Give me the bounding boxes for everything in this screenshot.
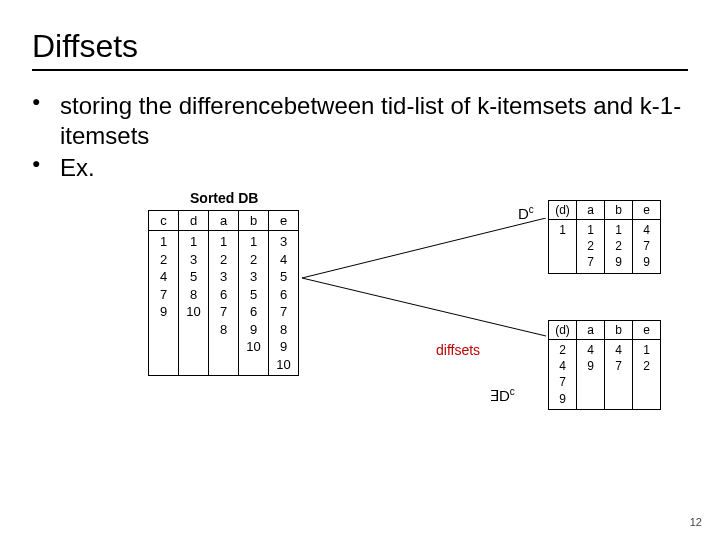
sorted-header-b: b [239,211,269,231]
bullet-example: Ex. [32,153,688,183]
diff-col-d: 2479 [549,340,577,410]
sorted-col-d: 135810 [179,231,209,376]
sorted-col-a: 123678 [209,231,239,376]
sorted-col-c: 12479 [149,231,179,376]
diff-col-a: 49 [577,340,605,410]
diff-col-e: 12 [633,340,661,410]
diagram-area: Sorted DB c d a b e 12479 135810 123678 … [0,190,720,500]
bullet-storing: storing the differencebetween tid-list o… [32,91,688,151]
tid-col-a: 127 [577,220,605,274]
sorted-col-b: 12356910 [239,231,269,376]
diffsets-label: diffsets [436,342,480,358]
partial-sup: c [510,386,515,397]
tid-col-b: 129 [605,220,633,274]
tidlist-table: (d) a b e 1 127 129 479 [548,200,661,274]
tid-header-e: e [633,201,661,220]
svg-line-0 [302,218,546,278]
tid-col-e: 479 [633,220,661,274]
sorted-header-a: a [209,211,239,231]
page-number: 12 [690,516,702,528]
partial-d: D [499,387,510,404]
sorted-col-e: 345678910 [269,231,299,376]
diffsets-table: (d) a b e 2479 49 47 12 [548,320,661,410]
diff-header-a: a [577,321,605,340]
dc-base: D [518,205,529,222]
tid-header-d: (d) [549,201,577,220]
diff-col-b: 47 [605,340,633,410]
diff-header-e: e [633,321,661,340]
connector-lines [302,218,546,388]
partial-dc-label: ƎDc [490,386,515,405]
diff-header-d: (d) [549,321,577,340]
diff-header-b: b [605,321,633,340]
sorted-header-c: c [149,211,179,231]
sorted-db-table: c d a b e 12479 135810 123678 12356910 3… [148,210,299,376]
slide-title: Diffsets [32,28,688,65]
sorted-db-caption: Sorted DB [190,190,258,206]
dc-label: Dc [518,204,534,222]
tid-header-b: b [605,201,633,220]
dc-sup: c [529,204,534,215]
svg-line-1 [302,278,546,336]
title-rule [32,69,688,71]
tid-col-d: 1 [549,220,577,274]
tid-header-a: a [577,201,605,220]
sorted-header-e: e [269,211,299,231]
partial-symbol: Ǝ [490,388,499,404]
sorted-header-d: d [179,211,209,231]
